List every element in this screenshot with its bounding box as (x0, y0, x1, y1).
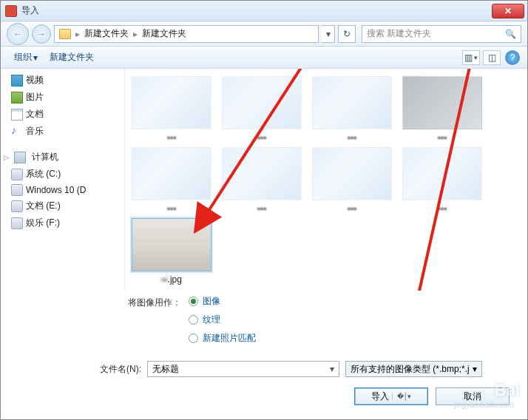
file-list[interactable]: ▪▪▪ ▪▪▪ ▪▪▪ ▪▪▪ ▪▪▪ ▪▪▪ ▪▪▪ ▪▪▪ ▪▪.jpg (125, 69, 527, 291)
chevron-down-icon: ▾ (474, 54, 478, 61)
file-thumb[interactable]: ▪▪▪ (402, 76, 483, 143)
close-button[interactable]: ✕ (492, 4, 524, 18)
address-bar[interactable]: ▸ 新建文件夹 ▸ 新建文件夹 (54, 25, 319, 43)
sidebar-item-documents[interactable]: 文档 (1, 106, 124, 123)
file-thumb[interactable]: ▪▪▪ (402, 147, 483, 214)
nav-back-button[interactable]: ← (7, 23, 29, 45)
cancel-button[interactable]: 取消 (436, 387, 510, 405)
radio-label: 图像 (203, 295, 220, 308)
close-icon: ✕ (504, 6, 512, 16)
help-icon: ? (510, 52, 515, 63)
sidebar-item-pictures[interactable]: 图片 (1, 89, 124, 106)
refresh-icon: ↻ (343, 29, 351, 39)
image-icon (11, 92, 23, 104)
search-input[interactable]: 搜索 新建文件夹 🔍 (362, 25, 521, 43)
refresh-button[interactable]: ↻ (338, 25, 356, 43)
breadcrumb-sep-icon: ▸ (75, 29, 80, 39)
sidebar-item-computer[interactable]: 计算机 (1, 149, 124, 166)
chevron-down-icon: ▾ (33, 52, 38, 63)
sidebar-label: 图片 (26, 91, 44, 104)
computer-icon (14, 152, 26, 163)
address-dropdown-button[interactable]: ▾ (322, 25, 335, 43)
import-button[interactable]: 导入 �│▾ (354, 387, 428, 405)
sidebar-item-music[interactable]: 音乐 (1, 123, 124, 140)
sidebar-label: Windows 10 (D (26, 185, 86, 195)
document-icon (11, 109, 23, 121)
sidebar-label: 视频 (26, 74, 44, 87)
radio-image[interactable]: 图像 (189, 295, 256, 308)
sidebar-item-drive-f[interactable]: 娱乐 (F:) (1, 214, 124, 231)
sidebar-item-drive-e[interactable]: 文档 (E:) (1, 197, 124, 214)
drive-icon (11, 184, 23, 196)
file-type-filter[interactable]: 所有支持的图像类型 (*.bmp;*.j ▾ (345, 361, 482, 377)
file-thumb[interactable]: ▪▪▪ (131, 147, 212, 214)
file-thumb[interactable]: ▪▪▪ (311, 147, 393, 214)
file-type-label: 所有支持的图像类型 (*.bmp;*.j (351, 363, 470, 376)
preview-pane-button[interactable]: ◫ (483, 50, 501, 65)
sidebar-label: 计算机 (32, 151, 58, 163)
file-thumb-label: .jpg (168, 274, 182, 285)
nav-forward-button[interactable]: → (32, 24, 51, 44)
chevron-down-icon: ▾ (473, 364, 477, 374)
sidebar-label: 文档 (E:) (26, 200, 61, 212)
view-mode-button[interactable]: ▥▾ (462, 50, 480, 65)
split-chevron-icon: �│▾ (392, 393, 412, 400)
search-icon: 🔍 (505, 29, 516, 39)
radio-texture[interactable]: 纹理 (189, 314, 256, 326)
new-folder-label: 新建文件夹 (50, 51, 94, 64)
sidebar-label: 系统 (C:) (26, 168, 61, 180)
chevron-down-icon: ▾ (326, 29, 331, 39)
radio-photo-match[interactable]: 新建照片匹配 (189, 332, 256, 345)
new-folder-button[interactable]: 新建文件夹 (44, 49, 100, 66)
sketchup-app-icon (5, 5, 17, 17)
import-button-label: 导入 (371, 390, 389, 403)
filename-label: 文件名(N): (75, 363, 141, 376)
back-arrow-icon: ← (13, 29, 22, 39)
breadcrumb-sep-icon: ▸ (133, 29, 138, 39)
file-thumb-selected[interactable]: ▪▪.jpg (131, 218, 212, 285)
folder-icon (59, 29, 71, 39)
filename-input[interactable]: 无标题 ▾ (147, 361, 339, 377)
file-thumb[interactable]: ▪▪▪ (221, 147, 302, 214)
chevron-down-icon: ▾ (330, 364, 334, 374)
sidebar-label: 娱乐 (F:) (26, 217, 60, 229)
radio-dot-icon (189, 315, 198, 325)
radio-dot-icon (189, 297, 198, 306)
radio-label: 新建照片匹配 (203, 332, 256, 345)
sidebar-label: 音乐 (26, 125, 44, 138)
file-thumb[interactable]: ▪▪▪ (311, 76, 393, 143)
organize-label: 组织 (14, 51, 32, 64)
breadcrumb-seg1[interactable]: 新建文件夹 (84, 27, 129, 40)
search-placeholder: 搜索 新建文件夹 (367, 27, 431, 40)
view-thumbnails-icon: ▥ (464, 52, 473, 63)
sidebar-tree: 视频 图片 文档 音乐 计算机 系统 (C:) Windows 10 (D 文档… (1, 69, 125, 291)
drive-icon (11, 169, 23, 180)
forward-arrow-icon: → (37, 29, 46, 39)
radio-label: 纹理 (203, 314, 220, 326)
sidebar-item-drive-d[interactable]: Windows 10 (D (1, 183, 124, 197)
drive-icon (11, 217, 23, 229)
organize-menu[interactable]: 组织▾ (8, 49, 44, 66)
breadcrumb-seg2[interactable]: 新建文件夹 (142, 27, 186, 40)
cancel-button-label: 取消 (464, 390, 481, 403)
filename-value: 无标题 (152, 363, 179, 376)
use-image-as-label: 将图像用作： (100, 295, 181, 309)
drive-icon (11, 200, 23, 212)
radio-dot-icon (189, 333, 198, 343)
window-title: 导入 (21, 4, 492, 17)
preview-pane-icon: ◫ (488, 52, 496, 63)
sidebar-label: 文档 (26, 108, 44, 121)
music-icon (11, 126, 23, 138)
help-button[interactable]: ? (505, 50, 520, 65)
sidebar-item-videos[interactable]: 视频 (1, 72, 124, 89)
file-thumb[interactable]: ▪▪▪ (221, 76, 302, 143)
sidebar-item-drive-c[interactable]: 系统 (C:) (1, 166, 124, 183)
file-thumb[interactable]: ▪▪▪ (131, 76, 212, 143)
video-icon (11, 75, 23, 87)
